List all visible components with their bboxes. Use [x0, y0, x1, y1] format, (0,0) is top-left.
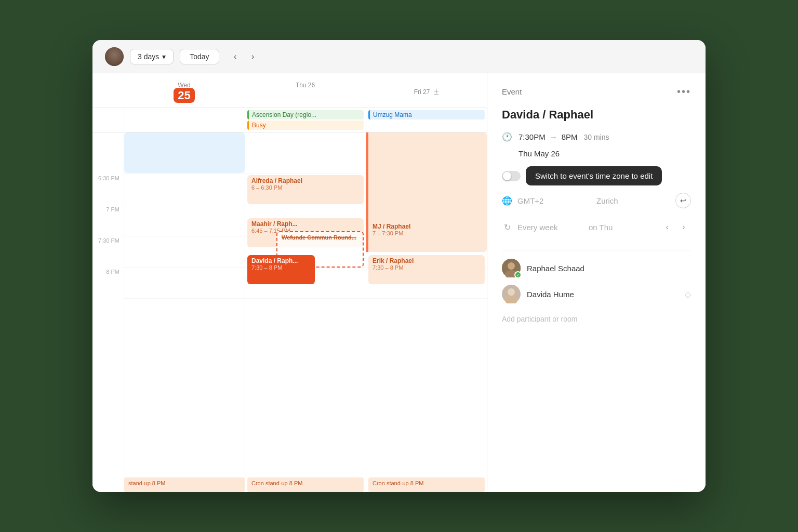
- time-duration: 30 mins: [584, 133, 609, 141]
- chevron-down-icon: ▾: [162, 52, 166, 61]
- green-check-icon: ✓: [514, 271, 522, 278]
- diamond-icon: ◇: [685, 289, 691, 299]
- tooltip-bubble: Switch to event's time zone to edit: [526, 166, 662, 185]
- today-button[interactable]: Today: [180, 49, 219, 64]
- fri-standup-event[interactable]: Cron stand-up 8 PM: [368, 477, 485, 492]
- mj-event[interactable]: MJ / Raphael 7 – 7:30 PM: [368, 221, 485, 250]
- event-panel: Event ••• Davida / Raphael 🕐 7:30PM → 8P…: [487, 73, 706, 492]
- time-slot-630pm: 6:30 PM: [92, 174, 124, 205]
- wed-hour-730: [124, 236, 245, 268]
- all-day-row: Ascension Day (regio... Busy Umzug Mama: [92, 108, 487, 132]
- calendar-body: 6:30 PM 7 PM 7:30 PM 8 PM: [92, 132, 487, 492]
- days-grid: stand-up 8 PM Alfreda / Raphael 6: [124, 132, 487, 492]
- toggle-knob: [503, 172, 511, 180]
- tooltip-text: Switch to event's time zone to edit: [535, 171, 653, 180]
- time-gutter-header: [92, 73, 124, 108]
- davida-thu-event[interactable]: Davida / Raph... 7:30 – 8 PM: [247, 255, 315, 284]
- wed-hour-8: [124, 268, 245, 299]
- thu-standup-event[interactable]: Cron stand-up 8 PM: [247, 477, 364, 492]
- maahir-title: Maahir / Raph...: [251, 220, 360, 228]
- svg-point-4: [508, 288, 515, 296]
- wed-bg-event[interactable]: [124, 132, 245, 173]
- day-col-thu: Alfreda / Raphael 6 – 6:30 PM Maahir / R…: [245, 132, 366, 492]
- erik-time: 7:30 – 8 PM: [373, 264, 481, 271]
- all-day-wed: [124, 108, 245, 132]
- more-button[interactable]: •••: [677, 86, 691, 98]
- all-day-gutter: [92, 108, 124, 132]
- panel-header: Event •••: [502, 86, 691, 98]
- timezone-gmt: GMT+2: [517, 196, 591, 205]
- timezone-row: 🌐 GMT+2 Zurich ↩: [502, 189, 691, 212]
- time-end: 8PM: [562, 132, 578, 141]
- main-content: Wed 25 Thu 26 Fri 27 ±: [92, 73, 706, 492]
- wed-standup-event[interactable]: stand-up 8 PM: [124, 477, 245, 492]
- day-col-fri: MJ / Raphael 7 – 7:30 PM Erik / Raphael …: [366, 132, 487, 492]
- all-day-fri: Umzug Mama: [366, 108, 487, 132]
- date-row: Thu May 26: [518, 149, 691, 158]
- wed-hour-7: [124, 205, 245, 236]
- erik-title: Erik / Raphael: [373, 257, 481, 264]
- time-detail-row: 🕐 7:30PM → 8PM 30 mins: [502, 132, 691, 142]
- recurrence-row: ↻ Every week on Thu ‹ ›: [502, 220, 691, 234]
- day-col-wed: stand-up 8 PM: [124, 132, 245, 492]
- clock-icon: 🕐: [502, 132, 512, 142]
- toolbar: 3 days ▾ Today ‹ ›: [92, 40, 706, 73]
- days-view-button[interactable]: 3 days ▾: [130, 49, 174, 64]
- recurrence-nav: ‹ ›: [660, 220, 691, 234]
- days-label: 3 days: [138, 52, 159, 61]
- mj-title: MJ / Raphael: [373, 223, 481, 230]
- add-participant[interactable]: Add participant or room: [502, 311, 691, 327]
- time-slot-7pm: 7 PM: [92, 205, 124, 236]
- today-label: Today: [190, 52, 209, 61]
- all-day-thu: Ascension Day (regio... Busy: [245, 108, 366, 132]
- time-slot-730pm: 7:30 PM: [92, 236, 124, 268]
- time-start: 7:30PM: [518, 132, 546, 141]
- app-window: 3 days ▾ Today ‹ › Wed 25: [92, 40, 706, 492]
- time-arrow: →: [550, 132, 557, 141]
- wed-hour-630: [124, 174, 245, 205]
- alfreda-event[interactable]: Alfreda / Raphael 6 – 6:30 PM: [247, 175, 364, 204]
- wed-standup-label: stand-up 8 PM: [128, 480, 166, 486]
- add-event-icon[interactable]: ±: [434, 87, 438, 97]
- rec-prev-button[interactable]: ‹: [660, 220, 674, 234]
- erik-event[interactable]: Erik / Raphael 7:30 – 8 PM: [368, 255, 485, 284]
- timezone-toggle[interactable]: [502, 171, 521, 181]
- next-button[interactable]: ›: [245, 49, 261, 64]
- nav-arrows: ‹ ›: [228, 49, 261, 64]
- alfreda-time: 6 – 6:30 PM: [251, 184, 360, 191]
- prev-button[interactable]: ‹: [228, 49, 243, 64]
- calendar-header: Wed 25 Thu 26 Fri 27 ±: [92, 73, 487, 108]
- toggle-row: Switch to event's time zone to edit: [502, 166, 691, 185]
- davida-thu-title: Davida / Raph...: [251, 257, 311, 264]
- raphael-name: Raphael Schaad: [527, 264, 584, 273]
- umzug-event[interactable]: Umzug Mama: [368, 110, 485, 119]
- avatar[interactable]: [105, 47, 124, 66]
- mj-time: 7 – 7:30 PM: [373, 230, 481, 236]
- globe-icon: 🌐: [502, 196, 512, 206]
- rec-next-button[interactable]: ›: [676, 220, 691, 234]
- fri-standup-label: Cron stand-up 8 PM: [373, 480, 423, 486]
- raphael-avatar: ✓: [502, 259, 521, 277]
- davida-avatar: [502, 285, 521, 303]
- recurrence-on: on Thu: [589, 223, 655, 232]
- participant-raphael: ✓ Raphael Schaad: [502, 259, 691, 277]
- recurrence-label: Every week: [517, 223, 583, 232]
- time-info: 7:30PM → 8PM 30 mins: [518, 132, 609, 141]
- timezone-city: Zurich: [596, 196, 670, 205]
- alfreda-title: Alfreda / Raphael: [251, 177, 360, 184]
- wed-num-wrap: 25: [124, 89, 245, 102]
- day-header-thu: Thu 26: [245, 73, 366, 108]
- davida-name: Davida Hume: [527, 290, 574, 299]
- event-name: Davida / Raphael: [502, 108, 691, 122]
- busy-event[interactable]: Busy: [247, 121, 364, 130]
- thu-hour-6: [245, 132, 366, 174]
- today-badge: 25: [174, 88, 194, 103]
- recurrence-icon: ↻: [502, 222, 512, 232]
- ascension-day-event[interactable]: Ascension Day (regio...: [247, 110, 364, 119]
- time-gutter: 6:30 PM 7 PM 7:30 PM 8 PM: [92, 132, 124, 492]
- timezone-back-button[interactable]: ↩: [675, 193, 691, 208]
- divider: [502, 250, 691, 250]
- thu-name: Thu 26: [245, 82, 366, 89]
- time-slot-6pm: [92, 132, 124, 174]
- day-header-fri: Fri 27 ±: [366, 73, 487, 108]
